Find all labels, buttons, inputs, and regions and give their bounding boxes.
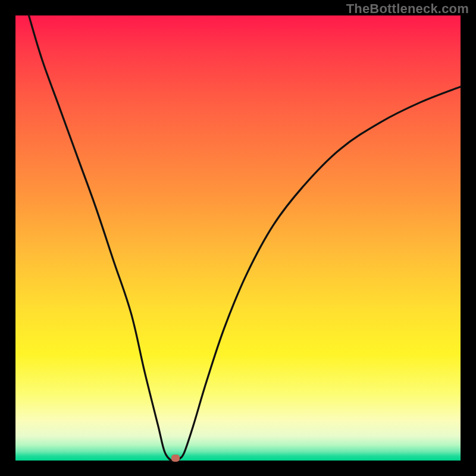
watermark-text: TheBottleneck.com [346,1,469,17]
optimum-marker [171,455,180,462]
chart-frame: TheBottleneck.com [0,0,476,476]
plot-area [15,15,461,461]
bottleneck-curve [15,15,461,461]
